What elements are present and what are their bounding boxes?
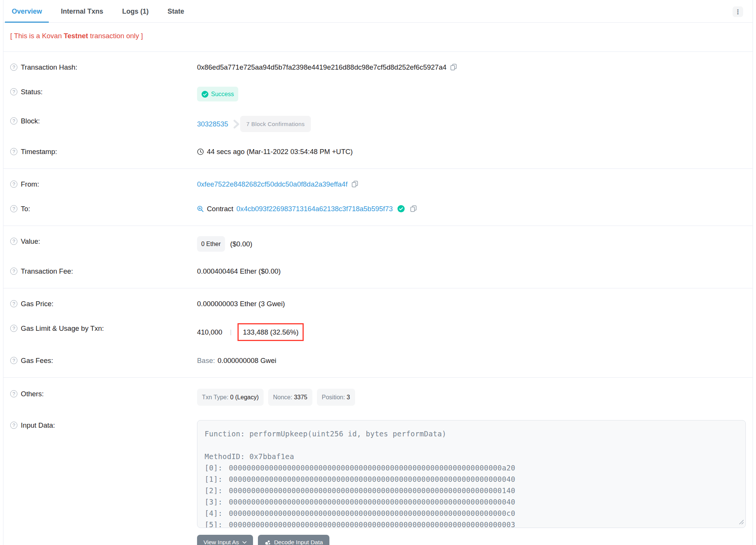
timestamp-value: 44 secs ago (Mar-11-2022 03:54:48 PM +UT…	[207, 146, 353, 157]
help-icon[interactable]: ?	[10, 390, 17, 397]
row-block: ? Block: 30328535 7 Block Confirmations	[10, 109, 746, 139]
kebab-icon: ⋮	[735, 9, 741, 15]
help-icon[interactable]: ?	[10, 64, 17, 71]
row-to: ? To: Contract 0x4cb093f226983713164a621…	[10, 196, 746, 221]
gas-price-label: Gas Price:	[21, 299, 53, 309]
help-icon[interactable]: ?	[10, 205, 17, 212]
verified-contract-icon	[397, 205, 405, 212]
tab-logs[interactable]: Logs (1)	[115, 1, 155, 23]
transaction-hash-value: 0x86ed5a771e725aa94d5b7fa2398e4419e216d8…	[197, 62, 446, 72]
help-icon[interactable]: ?	[10, 357, 17, 364]
gas-price-value: 0.000000003 Ether (3 Gwei)	[197, 299, 285, 309]
clock-icon	[197, 148, 204, 155]
gas-fees-label: Gas Fees:	[21, 355, 53, 366]
section-others-input: ? Others: Txn Type: 0 (Legacy) Nonce: 33…	[3, 378, 753, 545]
section-value: ? Value: 0 Ether ($0.00) ? Transaction F…	[3, 226, 753, 288]
input-param-row: [5]:000000000000000000000000000000000000…	[205, 519, 738, 528]
help-icon[interactable]: ?	[10, 148, 17, 155]
gas-usage-highlight-box: 133,488 (32.56%)	[238, 323, 304, 341]
input-param-row: [3]:000000000000000000000000000000000000…	[205, 496, 738, 508]
status-badge-text: Success	[211, 89, 234, 99]
position-badge: Position: 3	[317, 389, 355, 406]
help-icon[interactable]: ?	[10, 325, 17, 332]
status-badge: Success	[197, 87, 238, 101]
help-icon[interactable]: ?	[10, 238, 17, 245]
help-icon[interactable]: ?	[10, 117, 17, 125]
gas-usage-value: 133,488 (32.56%)	[243, 327, 298, 337]
decode-input-data-button[interactable]: Decode Input Data	[258, 535, 329, 545]
gas-limit-label: Gas Limit & Usage by Txn:	[21, 323, 104, 333]
from-label: From:	[21, 179, 39, 189]
timestamp-label: Timestamp:	[21, 146, 57, 157]
section-overview-top: ? Transaction Hash: 0x86ed5a771e725aa94d…	[3, 52, 753, 169]
block-confirmations-badge: 7 Block Confirmations	[240, 116, 310, 132]
view-input-as-button[interactable]: View Input As	[197, 535, 253, 545]
copy-icon[interactable]	[450, 64, 457, 71]
transaction-fee-value: 0.000400464 Ether ($0.00)	[197, 266, 281, 276]
testnet-notice-text: [ This is a Kovan Testnet transaction on…	[10, 32, 143, 40]
input-param-row: [1]:000000000000000000000000000000000000…	[205, 473, 738, 485]
row-status: ? Status: Success	[10, 79, 746, 109]
tab-state[interactable]: State	[161, 1, 191, 23]
chevron-down-icon	[242, 541, 247, 544]
chevron-right-icon	[233, 119, 239, 129]
row-value: ? Value: 0 Ether ($0.00)	[10, 229, 746, 259]
row-gas-fees: ? Gas Fees: Base: 0.000000008 Gwei	[10, 348, 746, 373]
input-function-line: Function: performUpkeep(uint256 id, byte…	[205, 428, 738, 439]
row-others: ? Others: Txn Type: 0 (Legacy) Nonce: 33…	[10, 382, 746, 413]
to-kind-label: Contract	[207, 204, 233, 214]
testnet-notice: [ This is a Kovan Testnet transaction on…	[3, 23, 753, 52]
input-actions: View Input As Decode Input Data	[197, 535, 746, 545]
from-address-link[interactable]: 0xfee7522e8482682cf50ddc50a0f8da2a39effa…	[197, 179, 348, 189]
help-icon[interactable]: ?	[10, 88, 17, 95]
others-label: Others:	[21, 389, 44, 399]
help-icon[interactable]: ?	[10, 268, 17, 275]
help-icon[interactable]: ?	[10, 300, 17, 307]
row-transaction-fee: ? Transaction Fee: 0.000400464 Ether ($0…	[10, 259, 746, 283]
copy-icon[interactable]	[410, 205, 417, 212]
value-usd: ($0.00)	[230, 239, 253, 249]
row-from: ? From: 0xfee7522e8482682cf50ddc50a0f8da…	[10, 172, 746, 196]
decode-ink-icon	[264, 539, 271, 545]
section-gas: ? Gas Price: 0.000000003 Ether (3 Gwei) …	[3, 288, 753, 378]
check-circle-icon	[202, 91, 208, 98]
resize-handle-icon[interactable]	[739, 518, 744, 526]
input-method-line: MethodID: 0x7bbaf1ea	[205, 451, 738, 462]
row-timestamp: ? Timestamp: 44 secs ago (Mar-11-2022 03…	[10, 139, 746, 164]
help-icon[interactable]: ?	[10, 181, 17, 188]
kebab-menu-button[interactable]: ⋮	[733, 6, 743, 17]
section-addresses: ? From: 0xfee7522e8482682cf50ddc50a0f8da…	[3, 169, 753, 226]
value-amount-badge: 0 Ether	[197, 236, 225, 252]
gas-limit-value: 410,000	[197, 327, 222, 337]
transaction-hash-label: Transaction Hash:	[21, 62, 77, 72]
to-address-link[interactable]: 0x4cb093f226983713164a62138c3f718a5b595f…	[236, 204, 393, 214]
row-gas-price: ? Gas Price: 0.000000003 Ether (3 Gwei)	[10, 291, 746, 316]
gas-base-label: Base:	[197, 355, 215, 366]
status-label: Status:	[21, 87, 43, 97]
input-data-textarea[interactable]: Function: performUpkeep(uint256 id, byte…	[197, 420, 746, 528]
tab-bar: Overview Internal Txns Logs (1) State ⋮	[3, 0, 753, 23]
row-input-data: ? Input Data: Function: performUpkeep(ui…	[10, 413, 746, 545]
input-blank-line	[205, 439, 738, 451]
block-label: Block:	[21, 116, 40, 126]
magnifier-plus-icon[interactable]	[197, 206, 204, 212]
txn-type-badge: Txn Type: 0 (Legacy)	[197, 389, 264, 406]
row-transaction-hash: ? Transaction Hash: 0x86ed5a771e725aa94d…	[10, 55, 746, 79]
to-label: To:	[21, 204, 30, 214]
row-gas-limit-usage: ? Gas Limit & Usage by Txn: 410,000 | 13…	[10, 316, 746, 348]
input-param-row: [2]:000000000000000000000000000000000000…	[205, 485, 738, 496]
nonce-badge: Nonce: 3375	[268, 389, 312, 406]
input-data-label: Input Data:	[21, 420, 55, 430]
gas-base-value: 0.000000008 Gwei	[217, 355, 276, 366]
tab-internal-txns[interactable]: Internal Txns	[54, 1, 110, 23]
gas-separator: |	[230, 327, 231, 337]
help-icon[interactable]: ?	[10, 422, 17, 429]
input-param-row: [0]:000000000000000000000000000000000000…	[205, 462, 738, 473]
input-param-row: [4]:000000000000000000000000000000000000…	[205, 508, 738, 519]
tab-overview[interactable]: Overview	[5, 1, 49, 23]
transaction-card: Overview Internal Txns Logs (1) State ⋮ …	[3, 0, 753, 545]
block-number-link[interactable]: 30328535	[197, 119, 228, 129]
value-label: Value:	[21, 236, 40, 246]
copy-icon[interactable]	[351, 181, 359, 188]
transaction-fee-label: Transaction Fee:	[21, 266, 73, 276]
